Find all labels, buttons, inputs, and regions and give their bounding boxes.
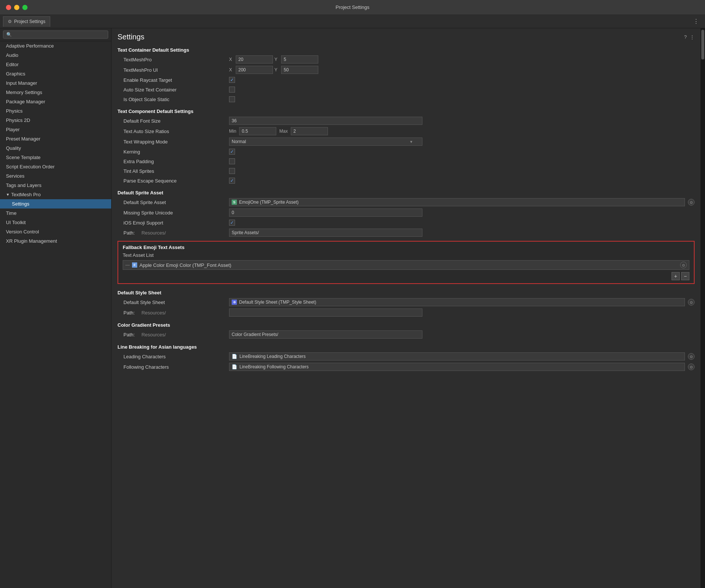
sidebar-item-audio[interactable]: Audio [0, 51, 111, 60]
sprite-asset-picker-button[interactable]: ⊙ [688, 199, 695, 206]
kerning-checkbox[interactable] [229, 149, 235, 155]
remove-asset-button[interactable]: − [681, 272, 689, 280]
sidebar-item-editor[interactable]: Editor [0, 60, 111, 69]
max-label: Max [279, 129, 288, 134]
content-header: Settings ? ⋮ [112, 28, 701, 44]
sidebar-item-physics[interactable]: Physics [0, 106, 111, 116]
scrollbar-track[interactable] [701, 28, 705, 588]
style-sheet-label: Default Style Sheet [118, 300, 229, 305]
minimize-button[interactable] [14, 5, 19, 10]
text-wrapping-dropdown[interactable]: Normal ▼ [229, 138, 422, 146]
leading-characters-label: Leading Characters [118, 354, 229, 359]
extra-padding-checkbox[interactable] [229, 158, 235, 164]
sidebar-item-services[interactable]: Services [0, 171, 111, 181]
cg-path-resources-text: Resources/ [141, 332, 166, 337]
following-characters-picker-button[interactable]: ⊙ [688, 364, 695, 370]
text-auto-size-min-input[interactable] [239, 127, 276, 135]
tint-all-sprites-checkbox[interactable] [229, 168, 235, 174]
path-label-text: Path: [123, 230, 135, 236]
sidebar-item-package-manager[interactable]: Package Manager [0, 97, 111, 106]
sidebar-item-graphics[interactable]: Graphics [0, 69, 111, 78]
default-font-size-row: Default Font Size [118, 116, 695, 126]
object-scale-checkbox[interactable] [229, 96, 235, 102]
add-asset-button[interactable]: + [672, 272, 680, 280]
sidebar-item-tags-and-layers[interactable]: Tags and Layers [0, 181, 111, 190]
help-icon[interactable]: ? [684, 34, 687, 40]
tab-project-settings[interactable]: ⚙ Project Settings [3, 16, 50, 27]
default-sprite-row: Default Sprite Asset S EmojiOne (TMP_Spr… [118, 197, 695, 207]
following-characters-name: LineBreaking Following Characters [239, 364, 309, 369]
default-sprite-value: S EmojiOne (TMP_Sprite Asset) ⊙ [229, 198, 695, 206]
leading-characters-name: LineBreaking Leading Characters [239, 354, 306, 359]
fallback-emoji-section: Fallback Emoji Text Assets Text Asset Li… [118, 241, 695, 284]
textmeshpro-xy: X Y [229, 55, 318, 64]
default-style-sheet-title: Default Style Sheet [118, 287, 695, 297]
sidebar-item-time[interactable]: Time [0, 209, 111, 218]
font-asset-picker-button[interactable]: ⊙ [680, 262, 687, 268]
text-wrapping-label: Text Wrapping Mode [118, 139, 229, 145]
leading-doc-icon: 📄 [232, 354, 237, 359]
window-controls[interactable] [6, 5, 28, 10]
scrollbar-thumb[interactable] [701, 30, 704, 59]
sprite-path-input[interactable] [229, 229, 422, 237]
default-style-sheet-section: Default Style Sheet Default Style Sheet … [118, 287, 695, 318]
sidebar-item-player[interactable]: Player [0, 125, 111, 134]
color-gradient-path-input[interactable] [229, 330, 422, 339]
sidebar-item-scene-template[interactable]: Scene Template [0, 153, 111, 162]
textmeshpro-ui-x-input[interactable] [236, 66, 273, 74]
expand-icon: ▼ [6, 193, 10, 197]
maximize-button[interactable] [22, 5, 28, 10]
style-path-input[interactable] [229, 308, 422, 317]
style-path-label: Path: Resources/ [118, 310, 229, 316]
text-container-defaults-section: Text Container Default Settings TextMesh… [118, 44, 695, 104]
enable-raycast-checkbox[interactable] [229, 77, 235, 83]
parse-escape-value [229, 178, 695, 184]
style-sheet-picker-button[interactable]: ⊙ [688, 299, 695, 306]
sidebar-item-settings[interactable]: Settings [0, 199, 111, 209]
sidebar-item-textmesh-pro[interactable]: ▼ TextMesh Pro [0, 190, 111, 199]
parse-escape-checkbox[interactable] [229, 178, 235, 184]
header-icons: ? ⋮ [684, 34, 695, 40]
auto-size-row: Auto Size Text Container [118, 85, 695, 94]
sidebar-search-input[interactable] [3, 30, 108, 39]
font-asset-name: Apple Color Emoji Color (TMP_Font Asset) [139, 262, 231, 268]
gear-icon: ⚙ [8, 19, 12, 24]
tab-more-button[interactable]: ⋮ [690, 18, 702, 25]
text-auto-size-max-input[interactable] [291, 127, 328, 135]
textmeshpro-ui-y-input[interactable] [281, 66, 318, 74]
textmeshpro-ui-value: X Y [229, 66, 695, 74]
sidebar-item-preset-manager[interactable]: Preset Manager [0, 134, 111, 143]
sidebar-item-quality[interactable]: Quality [0, 143, 111, 153]
text-auto-size-label: Text Auto Size Ratios [118, 129, 229, 134]
sprite-asset-icon: S [232, 200, 237, 205]
default-font-size-input[interactable] [229, 117, 422, 125]
leading-characters-picker-button[interactable]: ⊙ [688, 353, 695, 360]
textmeshpro-y-input[interactable] [281, 55, 318, 64]
sidebar-item-input-manager[interactable]: Input Manager [0, 78, 111, 88]
leading-characters-field[interactable]: 📄 LineBreaking Leading Characters [229, 352, 685, 361]
sidebar-item-physics-2d[interactable]: Physics 2D [0, 116, 111, 125]
close-button[interactable] [6, 5, 11, 10]
sidebar-item-script-execution-order[interactable]: Script Execution Order [0, 162, 111, 171]
ios-emoji-checkbox[interactable] [229, 220, 235, 226]
style-sheet-field[interactable]: ⚙ Default Style Sheet (TMP_Style Sheet) [229, 298, 685, 306]
following-characters-field[interactable]: 📄 LineBreaking Following Characters [229, 363, 685, 371]
more-icon[interactable]: ⋮ [690, 34, 695, 40]
auto-size-checkbox[interactable] [229, 87, 235, 93]
sidebar-item-adaptive-performance[interactable]: Adaptive Performance [0, 41, 111, 51]
fallback-emoji-title: Fallback Emoji Text Assets [123, 245, 689, 250]
missing-unicode-input[interactable] [229, 209, 422, 217]
sidebar-item-ui-toolkit[interactable]: UI Toolkit [0, 218, 111, 227]
color-gradient-path-row: Path: Resources/ [118, 329, 695, 340]
default-sprite-field[interactable]: S EmojiOne (TMP_Sprite Asset) [229, 198, 685, 206]
kerning-value [229, 149, 695, 155]
textmeshpro-x-input[interactable] [236, 55, 273, 64]
default-sprite-asset-section: Default Sprite Asset Default Sprite Asse… [118, 187, 695, 238]
sidebar-item-memory-settings[interactable]: Memory Settings [0, 88, 111, 97]
enable-raycast-label: Enable Raycast Target [118, 77, 229, 83]
dropdown-arrow-icon: ▼ [409, 140, 413, 144]
sidebar-item-xr-plugin-management[interactable]: XR Plugin Management [0, 236, 111, 246]
text-auto-size-value: Min Max [229, 127, 695, 135]
extra-padding-row: Extra Padding [118, 156, 695, 166]
sidebar-item-version-control[interactable]: Version Control [0, 227, 111, 236]
